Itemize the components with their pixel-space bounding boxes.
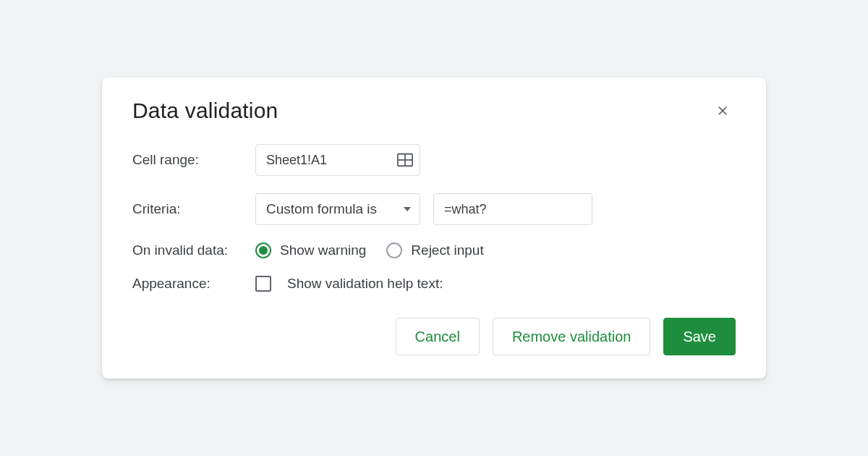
data-validation-dialog: Data validation Cell range: Criteria: Cu…: [102, 77, 766, 379]
dialog-header: Data validation: [132, 98, 736, 124]
radio-icon: [386, 242, 402, 258]
radio-show-warning-label: Show warning: [280, 242, 366, 258]
close-button[interactable]: [710, 98, 736, 124]
cell-range-row: Cell range:: [132, 144, 736, 176]
criteria-row: Criteria: Custom formula is: [132, 193, 736, 225]
caret-down-icon: [404, 207, 411, 211]
close-icon: [715, 104, 730, 118]
criteria-selected-value: Custom formula is: [266, 201, 377, 217]
radio-show-warning[interactable]: Show warning: [255, 242, 366, 258]
appearance-row: Appearance: Show validation help text:: [132, 276, 736, 292]
radio-reject-input-label: Reject input: [411, 242, 483, 258]
cell-range-label: Cell range:: [132, 152, 255, 168]
criteria-label: Criteria:: [132, 201, 255, 217]
dialog-title: Data validation: [132, 98, 278, 123]
appearance-label: Appearance:: [132, 276, 255, 292]
dialog-actions: Cancel Remove validation Save: [132, 318, 736, 355]
remove-validation-button[interactable]: Remove validation: [493, 318, 651, 355]
select-range-icon[interactable]: [397, 153, 413, 167]
on-invalid-label: On invalid data:: [132, 242, 255, 258]
cell-range-input[interactable]: [255, 144, 420, 176]
help-text-label: Show validation help text:: [287, 276, 443, 292]
cell-range-input-group: [255, 144, 420, 176]
on-invalid-controls: Show warning Reject input: [255, 242, 736, 258]
on-invalid-row: On invalid data: Show warning Reject inp…: [132, 242, 736, 258]
radio-reject-input[interactable]: Reject input: [386, 242, 483, 258]
criteria-formula-input[interactable]: [433, 193, 592, 225]
cancel-button[interactable]: Cancel: [396, 318, 480, 355]
radio-icon: [255, 242, 271, 258]
save-button[interactable]: Save: [663, 318, 736, 355]
criteria-controls: Custom formula is: [255, 193, 736, 225]
criteria-select[interactable]: Custom formula is: [255, 193, 420, 225]
cell-range-controls: [255, 144, 736, 176]
appearance-controls: Show validation help text:: [255, 276, 736, 292]
help-text-checkbox[interactable]: [255, 276, 271, 292]
